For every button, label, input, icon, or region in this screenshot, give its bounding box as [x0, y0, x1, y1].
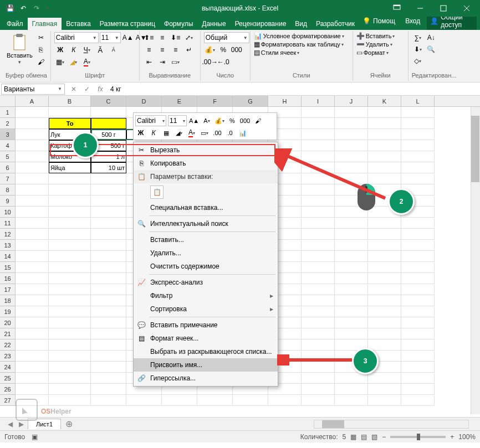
- orientation-icon[interactable]: ⤢▾: [183, 32, 195, 43]
- font-select[interactable]: Calibri▼: [54, 32, 99, 43]
- mini-percent-icon[interactable]: %: [227, 115, 238, 126]
- cell-A14[interactable]: [16, 251, 49, 262]
- cell-J11[interactable]: [335, 218, 368, 229]
- format-as-table-button[interactable]: ▦Форматировать как таблицу▾: [254, 40, 344, 48]
- close-icon[interactable]: [456, 1, 478, 16]
- cell-J13[interactable]: [335, 240, 368, 251]
- maximize-icon[interactable]: [432, 1, 455, 16]
- row-header-4[interactable]: 4: [0, 140, 16, 151]
- row-header-10[interactable]: 10: [0, 207, 16, 218]
- cell-D27[interactable]: [126, 395, 162, 406]
- tab-layout[interactable]: Разметка страниц: [95, 18, 160, 30]
- format-painter-icon[interactable]: 🖌: [35, 56, 47, 68]
- menu-pick-from-list[interactable]: Выбрать из раскрывающегося списка...: [134, 345, 278, 358]
- clear-icon[interactable]: ◇▾: [412, 55, 424, 66]
- zoom-slider[interactable]: [390, 436, 446, 438]
- cell-I26[interactable]: [302, 384, 335, 395]
- cell-I1[interactable]: [302, 107, 335, 118]
- menu-smart-lookup[interactable]: 🔍Интеллектуальный поиск: [134, 217, 278, 230]
- cell-K27[interactable]: [368, 395, 401, 406]
- mini-bold-button[interactable]: Ж: [135, 127, 146, 138]
- cell-C10[interactable]: [91, 207, 126, 218]
- cell-C9[interactable]: [91, 195, 126, 207]
- row-header-6[interactable]: 6: [0, 162, 16, 173]
- col-header-H[interactable]: H: [268, 96, 302, 106]
- cell-A16[interactable]: [16, 273, 49, 284]
- horizontal-scrollbar[interactable]: [314, 420, 469, 429]
- cell-L21[interactable]: [401, 328, 435, 339]
- cell-J12[interactable]: [335, 229, 368, 240]
- cell-K3[interactable]: [368, 129, 401, 140]
- zoom-level[interactable]: 100%: [458, 433, 476, 441]
- cell-B16[interactable]: [49, 273, 91, 284]
- cell-L2[interactable]: [401, 118, 435, 129]
- cell-K4[interactable]: [368, 140, 401, 151]
- formula-input[interactable]: 4 кг: [108, 85, 480, 93]
- cell-I16[interactable]: [302, 273, 335, 284]
- col-header-G[interactable]: G: [233, 96, 268, 106]
- view-layout-icon[interactable]: ▤: [361, 433, 367, 441]
- cell-L7[interactable]: [401, 173, 435, 184]
- save-icon[interactable]: 💾: [6, 4, 14, 13]
- row-header-19[interactable]: 19: [0, 306, 16, 317]
- cell-C6[interactable]: 10 шт: [91, 162, 126, 173]
- cell-B13[interactable]: [49, 240, 91, 251]
- row-header-24[interactable]: 24: [0, 362, 16, 373]
- percent-icon[interactable]: %: [217, 44, 229, 55]
- cell-K26[interactable]: [368, 384, 401, 395]
- row-header-20[interactable]: 20: [0, 317, 16, 328]
- tab-formulas[interactable]: Формулы: [160, 18, 197, 30]
- fill-color-button[interactable]: ◢▾: [68, 56, 80, 68]
- cell-I8[interactable]: [302, 184, 335, 195]
- cell-L25[interactable]: [401, 373, 435, 384]
- cell-A5[interactable]: [16, 151, 49, 162]
- cell-I23[interactable]: [302, 351, 335, 362]
- row-header-1[interactable]: 1: [0, 107, 16, 118]
- tab-data[interactable]: Данные: [197, 18, 230, 30]
- cell-K25[interactable]: [368, 373, 401, 384]
- cell-L11[interactable]: [401, 218, 435, 229]
- paste-default-icon[interactable]: 📋: [150, 186, 164, 199]
- cell-B15[interactable]: [49, 262, 91, 273]
- row-header-7[interactable]: 7: [0, 173, 16, 184]
- sheet-nav-prev-icon[interactable]: ◀: [6, 420, 14, 429]
- cell-K11[interactable]: [368, 218, 401, 229]
- cell-I15[interactable]: [302, 262, 335, 273]
- mini-merge-icon[interactable]: ▭▾: [199, 127, 210, 138]
- row-header-18[interactable]: 18: [0, 295, 16, 306]
- row-header-26[interactable]: 26: [0, 384, 16, 395]
- cell-C18[interactable]: [91, 295, 126, 306]
- cell-K14[interactable]: [368, 251, 401, 262]
- cell-B21[interactable]: [49, 328, 91, 339]
- cell-B26[interactable]: [49, 384, 91, 395]
- cell-L19[interactable]: [401, 306, 435, 317]
- undo-icon[interactable]: ↶: [19, 4, 28, 13]
- align-right-icon[interactable]: ≡: [170, 44, 182, 55]
- row-header-8[interactable]: 8: [0, 184, 16, 195]
- row-header-13[interactable]: 13: [0, 240, 16, 251]
- align-top-icon[interactable]: ⬆≡: [143, 32, 155, 43]
- mini-border-icon[interactable]: ▦: [161, 127, 172, 138]
- align-middle-icon[interactable]: ≡: [156, 32, 168, 43]
- cell-I12[interactable]: [302, 229, 335, 240]
- cell-G27[interactable]: [233, 395, 268, 406]
- cell-J20[interactable]: [335, 317, 368, 328]
- tell-me-search[interactable]: 💡Помощ: [359, 16, 399, 26]
- decrease-font-icon[interactable]: Ă: [108, 44, 120, 55]
- cell-C15[interactable]: [91, 262, 126, 273]
- cell-L23[interactable]: [401, 351, 435, 362]
- cell-I4[interactable]: [302, 140, 335, 151]
- tab-view[interactable]: Вид: [290, 18, 312, 30]
- login-link[interactable]: Вход: [401, 15, 425, 27]
- cell-L27[interactable]: [401, 395, 435, 406]
- cell-styles-button[interactable]: ▤Стили ячеек▾: [254, 49, 299, 56]
- cell-A11[interactable]: [16, 218, 49, 229]
- qat-dropdown-icon[interactable]: ▼: [45, 6, 50, 11]
- cell-I7[interactable]: [302, 173, 335, 184]
- increase-font-icon[interactable]: Ă: [94, 44, 106, 55]
- cell-J17[interactable]: [335, 284, 368, 295]
- redo-icon[interactable]: ↷: [32, 4, 41, 13]
- menu-delete[interactable]: Удалить...: [134, 246, 278, 260]
- cell-C2[interactable]: [91, 118, 126, 129]
- cell-L26[interactable]: [401, 384, 435, 395]
